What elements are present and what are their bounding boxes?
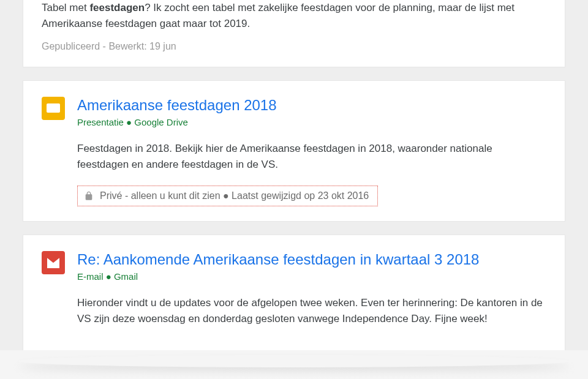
private-notice: Privé - alleen u kunt dit zien ● Laatst … <box>77 186 378 206</box>
snippet-text: Tabel met <box>42 2 89 13</box>
slides-icon <box>42 97 65 120</box>
result-title[interactable]: Re: Aankomende Amerikaanse feestdagen in… <box>77 250 546 269</box>
search-result-card[interactable]: Amerikaanse feestdagen 2018 Presentatie … <box>23 80 565 222</box>
lock-icon <box>84 190 94 202</box>
result-snippet: Feestdagen in 2018. Bekijk hier de Ameri… <box>77 141 546 173</box>
private-notice-text: Privé - alleen u kunt dit zien ● Laatst … <box>100 190 369 201</box>
result-meta: E-mail ● Gmail <box>77 271 546 282</box>
result-title[interactable]: Amerikaanse feestdagen 2018 <box>77 96 546 114</box>
result-meta: Presentatie ● Google Drive <box>77 117 546 127</box>
fade-overlay <box>0 355 588 379</box>
result-snippet: Tabel met feestdagen? Ik zocht een tabel… <box>42 0 546 32</box>
gmail-icon <box>42 251 65 274</box>
search-results-container: Tabel met feestdagen? Ik zocht een tabel… <box>0 0 588 350</box>
snippet-highlight: feestdagen <box>89 2 145 13</box>
search-result-card[interactable]: Re: Aankomende Amerikaanse feestdagen in… <box>23 235 565 351</box>
result-footer: Gepubliceerd - Bewerkt: 19 jun <box>42 41 546 52</box>
search-result-card[interactable]: Tabel met feestdagen? Ik zocht een tabel… <box>23 0 565 67</box>
result-snippet: Hieronder vindt u de updates voor de afg… <box>77 295 546 328</box>
